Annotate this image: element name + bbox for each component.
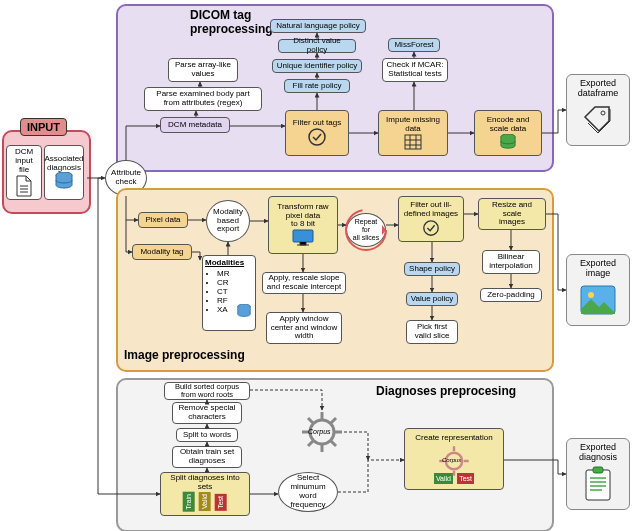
svg-line-16 — [331, 418, 336, 423]
associated-diagnosis-block: Associated diagnosis — [44, 145, 84, 200]
select-min-word-freq-node: Select minumum word frequency — [278, 472, 338, 512]
rescale-slope-node: Apply, rescale slope and rescale interce… — [262, 272, 346, 294]
monitor-icon — [292, 229, 314, 247]
exported-diagnosis-label: Exported diagnosis — [579, 442, 617, 462]
modality-export-node: Modality based export — [206, 200, 250, 242]
exported-image-label: Exported image — [580, 258, 616, 278]
unique-id-policy-node: Unique identifier policy — [272, 59, 362, 73]
value-policy-node: Value policy — [406, 292, 458, 306]
grid-icon — [404, 134, 422, 150]
resize-scale-node: Resize and scale images — [478, 198, 546, 230]
svg-line-13 — [308, 418, 313, 423]
filter-out-tags-node: Filter out tags — [285, 110, 349, 156]
encode-scale-data-node: Encode and scale data — [474, 110, 542, 156]
exported-dataframe-label: Exported dataframe — [578, 78, 619, 98]
natural-language-policy-node: Natural language policy — [270, 19, 366, 33]
checkmark-icon — [307, 127, 327, 147]
window-center-node: Apply window center and window width — [266, 312, 342, 344]
diag-section-title: Diagnoses preprocesing — [376, 384, 516, 398]
filter-out-tags-label: Filter out tags — [293, 119, 341, 128]
mcar-node: Check if MCAR: Statistical tests — [382, 58, 448, 82]
clipboard-icon — [583, 466, 613, 502]
database-icon — [499, 134, 517, 150]
svg-rect-5 — [293, 230, 313, 242]
tag-icon — [581, 103, 615, 137]
corpus-gear-node: Corpus — [300, 410, 344, 454]
svg-rect-25 — [586, 470, 610, 500]
corpus-small-label: Corpus — [442, 457, 461, 464]
zero-padding-node: Zero-padding — [480, 288, 542, 302]
impute-missing-label: Impute missing data — [386, 116, 440, 134]
exported-dataframe-box: Exported dataframe — [566, 74, 630, 146]
svg-point-6 — [346, 210, 386, 250]
split-diagnoses-label: Split diagnoses into sets — [170, 474, 239, 492]
input-title: INPUT — [20, 118, 67, 136]
remove-special-node: Remove special characters — [172, 402, 242, 424]
modality-item: MR — [217, 269, 253, 278]
modality-item: CT — [217, 287, 253, 296]
create-representation-label: Create representation — [415, 434, 492, 443]
train-tag: Train — [183, 492, 195, 512]
distinct-value-policy-node: Distinct value policy — [278, 39, 356, 53]
image-icon — [580, 285, 616, 315]
create-representation-node: Create representation Corpus Valid Test — [404, 428, 504, 490]
encode-scale-label: Encode and scale data — [487, 116, 530, 134]
valid-tag: Valid — [199, 492, 211, 511]
shape-policy-node: Shape policy — [404, 262, 460, 276]
modality-tag-node: Modality tag — [132, 244, 192, 260]
pixel-data-node: Pixel data — [138, 212, 188, 228]
dicom-section-title: DICOM tag preprocessing — [190, 8, 273, 36]
fill-rate-policy-node: Fill rate policy — [284, 79, 350, 93]
svg-point-7 — [424, 221, 438, 235]
svg-rect-2 — [405, 135, 421, 149]
database-icon — [236, 304, 252, 318]
svg-line-15 — [308, 441, 313, 446]
bilinear-node: Bilinear interpolation — [482, 250, 540, 274]
pick-first-slice-node: Pick first valid slice — [406, 320, 458, 344]
split-diagnoses-node: Split diagnoses into sets Train Valid Te… — [160, 472, 250, 516]
resize-scale-label: Resize and scale images — [482, 201, 542, 227]
parse-array-node: Parse array-like values — [168, 58, 238, 82]
associated-diagnosis-label: Associated diagnosis — [44, 155, 83, 173]
test-tag: Test — [215, 494, 227, 511]
filter-ill-defined-node: Filter out ill- defined images — [398, 196, 464, 242]
build-corpus-node: Build sorted corpus from word roots — [164, 382, 250, 400]
svg-point-22 — [601, 111, 605, 115]
transform-8bit-node: Transform raw pixel data to 8 bit — [268, 196, 338, 254]
modalities-header: Modalities — [205, 258, 253, 267]
image-section-title: Image preprocessing — [124, 348, 245, 362]
impute-missing-data-node: Impute missing data — [378, 110, 448, 156]
svg-rect-26 — [593, 467, 603, 473]
document-icon — [15, 175, 33, 197]
checkmark-icon — [422, 219, 440, 237]
transform-8bit-label: Transform raw pixel data to 8 bit — [277, 203, 328, 229]
svg-point-1 — [309, 129, 325, 145]
filter-ill-defined-label: Filter out ill- defined images — [404, 201, 458, 219]
repeat-ring-icon — [344, 208, 388, 252]
dcm-metadata-node: DCM metadata — [160, 117, 230, 133]
modality-item: CR — [217, 278, 253, 287]
database-icon — [54, 172, 74, 190]
missforest-node: MissForest — [388, 38, 440, 52]
modalities-list: Modalities MR CR CT RF XA — [202, 255, 256, 331]
dcm-input-file-block: DCM input file — [6, 145, 42, 200]
corpus-label: Corpus — [308, 428, 331, 435]
obtain-train-node: Obtain train set diagnoses — [172, 446, 242, 468]
split-to-words-node: Split to words — [176, 428, 238, 442]
svg-line-14 — [331, 441, 336, 446]
exported-image-box: Exported image — [566, 254, 630, 326]
dcm-input-file-label: DCM input file — [10, 148, 38, 174]
parse-body-part-node: Parse examined body part from attributes… — [144, 87, 262, 111]
exported-diagnosis-box: Exported diagnosis — [566, 438, 630, 510]
svg-point-24 — [588, 292, 594, 298]
